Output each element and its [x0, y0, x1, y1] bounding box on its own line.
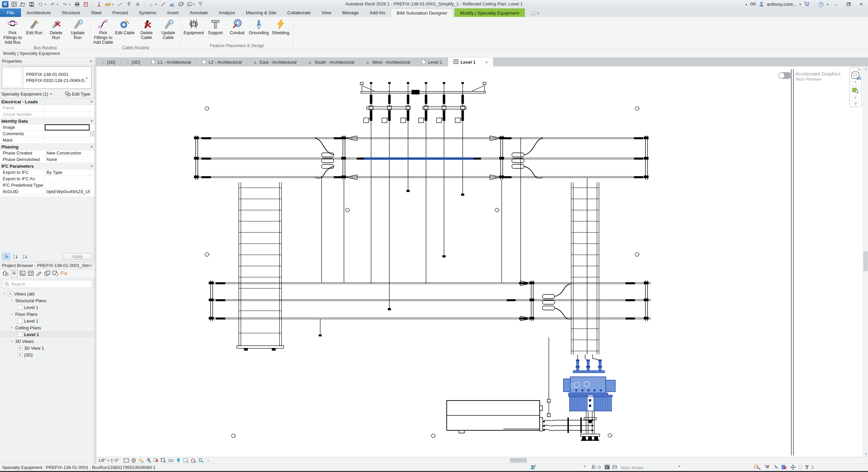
- open-icon[interactable]: [19, 1, 26, 8]
- browser-views-icon[interactable]: [11, 270, 17, 277]
- exclude-options-icon[interactable]: [764, 465, 770, 470]
- edit-type-button[interactable]: Edit Type: [65, 91, 92, 97]
- property-row[interactable]: Circuit Number: [0, 111, 94, 118]
- default-3d-view-icon[interactable]: ⌂: [148, 1, 154, 8]
- delete-run-button[interactable]: Delete Run: [45, 18, 66, 40]
- user-avatar-icon[interactable]: [759, 1, 764, 7]
- browser-links-2-icon[interactable]: [53, 271, 58, 277]
- shadows-icon[interactable]: [145, 457, 152, 463]
- view-tab-level1-active[interactable]: Level 1×: [448, 58, 494, 66]
- sun-path-icon[interactable]: [137, 457, 145, 463]
- tab-add-ins[interactable]: Add-Ins: [364, 8, 391, 17]
- tab-collaborate[interactable]: Collaborate: [282, 8, 316, 17]
- revit-logo-icon[interactable]: R: [2, 1, 8, 7]
- browser-home-icon[interactable]: [2, 270, 8, 277]
- pick-fittings-add-bus-button[interactable]: Pick Fittings to Add Bus: [2, 18, 23, 45]
- redo-icon[interactable]: ↷: [61, 1, 68, 8]
- tab-annotate[interactable]: Annotate: [184, 8, 213, 17]
- main-model-icon[interactable]: [612, 465, 617, 470]
- tab-steel[interactable]: Steel: [86, 8, 107, 17]
- tree-item-level1-floor[interactable]: Level 1: [0, 317, 94, 324]
- tree-item-level1-ceiling-selected[interactable]: Level 1: [0, 331, 94, 338]
- help-dropdown-icon[interactable]: ▾: [827, 3, 828, 6]
- collapse-arrow-icon[interactable]: ◂: [745, 2, 747, 6]
- browser-families-icon[interactable]: [36, 271, 42, 277]
- view-tab-south-architectural[interactable]: ▲South - Architectural: [302, 58, 360, 66]
- pick-fittings-add-cable-button[interactable]: Pick Fittings to Add Cable: [93, 18, 114, 45]
- zoom-region-icon[interactable]: [852, 87, 859, 95]
- tab-systems[interactable]: Systems: [133, 8, 162, 17]
- section-mark-icon[interactable]: [96, 1, 102, 8]
- panel-title-feature-placement[interactable]: Feature Placement & Design: [181, 43, 293, 49]
- tree-item-floor-plans[interactable]: −Floor Plans: [0, 311, 94, 317]
- horizontal-scrollbar[interactable]: [215, 457, 868, 464]
- support-button[interactable]: Support: [205, 18, 226, 35]
- tab-precast[interactable]: Precast: [107, 8, 133, 17]
- text-icon[interactable]: A: [134, 1, 141, 8]
- tab-insert[interactable]: Insert: [162, 8, 184, 17]
- vertical-scrollbar[interactable]: ▲ ▼: [863, 66, 868, 457]
- tab-massing-site[interactable]: Massing & Site: [240, 8, 282, 17]
- property-row[interactable]: Export to IFCBy Type: [0, 169, 94, 176]
- update-cable-button[interactable]: Update Cable: [158, 18, 179, 40]
- property-group[interactable]: Phasing«: [0, 144, 94, 150]
- tab-analyze[interactable]: Analyze: [213, 8, 240, 17]
- project-browser-close-icon[interactable]: ×: [90, 263, 92, 268]
- design-option-dropdown-icon[interactable]: ▾: [678, 465, 680, 468]
- tree-item-3d-view-1[interactable]: 3D View 1: [0, 345, 94, 351]
- property-row-comments[interactable]: Comments: [0, 131, 94, 137]
- delete-sheet-icon[interactable]: [82, 1, 89, 8]
- constraints-icon[interactable]: [197, 457, 205, 463]
- visual-style-icon[interactable]: [130, 457, 137, 463]
- thin-lines-icon[interactable]: [169, 1, 175, 8]
- redo-dropdown-icon[interactable]: ▾: [69, 3, 72, 6]
- property-row[interactable]: Phase CreatedNew Construction: [0, 150, 94, 157]
- editable-only-filter-icon[interactable]: [754, 465, 760, 470]
- close-hidden-windows-icon[interactable]: [177, 1, 184, 8]
- element-filter-dropdown-icon[interactable]: ▾: [50, 92, 52, 96]
- grounding-button[interactable]: Grounding: [248, 18, 269, 35]
- delete-cable-button[interactable]: Delete Cable: [136, 18, 157, 40]
- type-selector[interactable]: PREFIX-138-01-0001 PREFIX-0332-138-21-00…: [1, 66, 92, 89]
- comments-browse-button[interactable]: [90, 131, 94, 136]
- properties-close-icon[interactable]: ×: [90, 59, 92, 64]
- property-row-image[interactable]: Image: [0, 124, 94, 131]
- vertical-scroll-thumb[interactable]: [864, 251, 868, 271]
- sort-descending-button[interactable]: ZA: [21, 253, 29, 260]
- search-box[interactable]: [2, 280, 92, 288]
- tab-modify-specialty-equipment[interactable]: Modify | Specialty Equipment: [455, 8, 525, 17]
- tab-structure[interactable]: Structure: [56, 8, 86, 17]
- sort-default-button[interactable]: [2, 253, 10, 260]
- view-tab-close-icon[interactable]: ×: [485, 60, 488, 65]
- element-filter-label[interactable]: Specialty Equipment (1): [1, 91, 48, 97]
- tree-item-ceiling-plans[interactable]: −Ceiling Plans: [0, 324, 94, 331]
- type-selector-dropdown-icon[interactable]: ▾: [86, 67, 91, 88]
- measure-dropdown-icon[interactable]: ▾: [112, 3, 115, 6]
- property-group[interactable]: Electrical - Loads«: [0, 99, 94, 105]
- navbar-options-icon[interactable]: ⊖: [854, 101, 857, 106]
- sync-dropdown-icon[interactable]: ▾: [44, 3, 47, 6]
- scale-button[interactable]: 1/8" = 1'-0": [96, 458, 122, 463]
- tab-architecture[interactable]: Architecture: [21, 8, 56, 17]
- property-row[interactable]: Panel: [0, 105, 94, 111]
- expand-control-bar-icon[interactable]: ‹: [205, 457, 212, 463]
- view-tab-east-architectural[interactable]: ▲East - Architectural: [247, 58, 302, 66]
- ribbon-collapse-icon[interactable]: ▴: [531, 11, 536, 15]
- aligned-dimension-icon[interactable]: [117, 1, 123, 8]
- tab-file[interactable]: File: [0, 8, 21, 17]
- view-tab-level1[interactable]: Level 1: [416, 58, 448, 66]
- worksharing-display-icon[interactable]: [190, 457, 197, 463]
- view-dropdown-icon[interactable]: ▾: [155, 3, 158, 6]
- search-input[interactable]: [11, 282, 90, 287]
- user-dropdown-icon[interactable]: ▾: [799, 3, 801, 6]
- view-tab-l2-architectural[interactable]: L2 - Architectural: [197, 58, 248, 66]
- design-options-icon[interactable]: [604, 465, 610, 470]
- property-group[interactable]: Identity Data«: [0, 118, 94, 124]
- horizontal-scroll-thumb[interactable]: [510, 458, 527, 463]
- properties-icon[interactable]: [11, 1, 17, 8]
- temporary-hide-isolate-icon[interactable]: [175, 457, 182, 463]
- tree-item-3d-default[interactable]: {3D}: [0, 351, 94, 358]
- tab-manage[interactable]: Manage: [337, 8, 364, 17]
- apply-button[interactable]: Apply: [62, 253, 92, 260]
- press-drag-icon[interactable]: [773, 465, 778, 470]
